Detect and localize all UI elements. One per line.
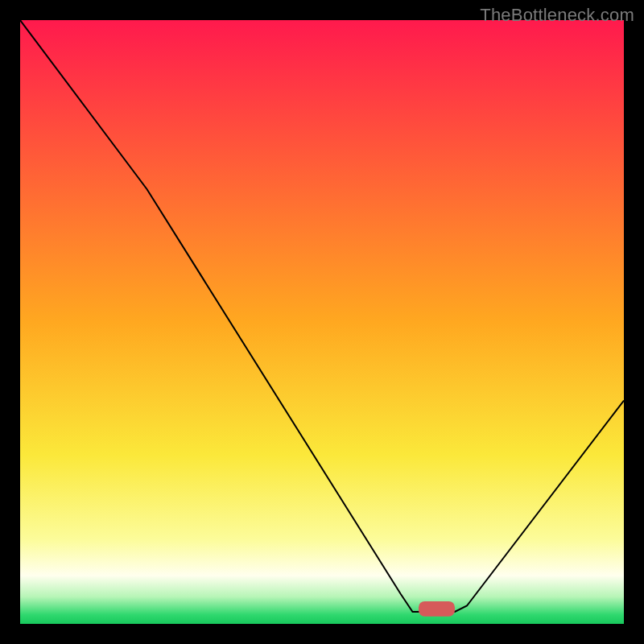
optimum-marker	[419, 601, 455, 617]
plot-area	[20, 20, 624, 624]
chart-outer-frame: TheBottleneck.com	[0, 0, 644, 644]
watermark-text: TheBottleneck.com	[480, 5, 634, 26]
gradient-rect	[20, 20, 624, 624]
chart-svg	[20, 20, 624, 624]
